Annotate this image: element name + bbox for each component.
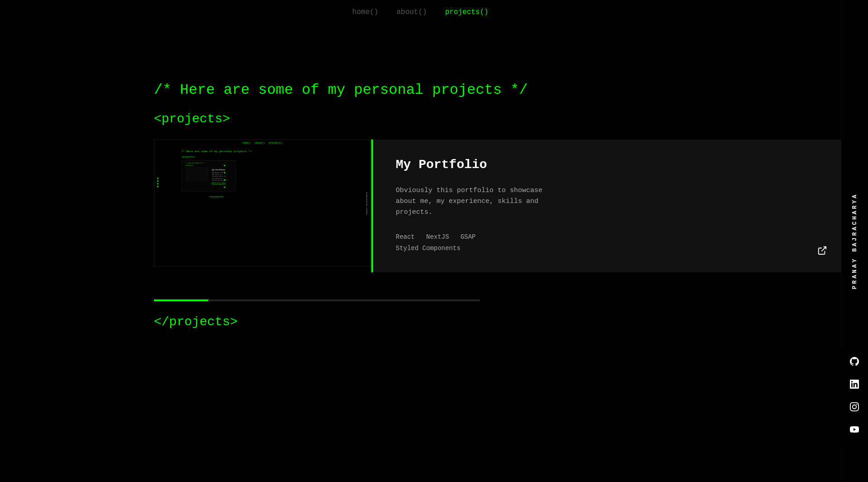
mini-close-tag: </projects>: [209, 196, 330, 198]
mini-card-tech: React NextJS GSAPStyled Components: [212, 183, 228, 185]
external-link-button[interactable]: [817, 246, 827, 259]
mini-side-icon-2: ●: [224, 171, 225, 174]
tag-close: </projects>: [154, 315, 841, 329]
top-navigation: home() about() projects(): [0, 0, 841, 24]
mini-dot-2: [157, 180, 158, 182]
tech-nextjs: NextJS: [426, 233, 449, 241]
linkedin-icon: [850, 380, 859, 389]
mini-right-bar: PRANAY BAJRACHARYA: [363, 140, 371, 266]
github-icon: [850, 357, 859, 366]
mini-card-area: /* Here are some of */ <projects> My Por…: [182, 160, 357, 192]
instagram-icon: [850, 402, 859, 411]
section-comment: /* Here are some of my personal projects…: [154, 82, 841, 98]
mini-card-desc: Obviously this portfolio toshowcase abou…: [212, 172, 228, 182]
linkedin-link[interactable]: [850, 380, 859, 391]
nav-about[interactable]: about(): [397, 8, 427, 16]
mini-dot-3: [157, 183, 158, 184]
github-link[interactable]: [850, 357, 859, 369]
screenshot-inner: home() about() projects() PRANAY BAJRACH…: [154, 140, 371, 266]
project-technologies: React NextJS GSAP Styled Components: [396, 231, 818, 254]
tech-styled: Styled Components: [396, 245, 460, 252]
mini-screenshot-content: /* Here are some of */ <projects> My Por…: [182, 161, 235, 192]
mini-left-dots: [154, 178, 161, 187]
mini-nav: home() about() projects(): [154, 140, 371, 146]
project-title: My Portfolio: [396, 158, 818, 172]
mini-nav-home: home(): [242, 142, 250, 145]
project-details: My Portfolio Obviously this portfolio to…: [373, 140, 841, 272]
progress-bar-fill: [154, 299, 208, 301]
mini-nav-projects: projects(): [269, 142, 283, 145]
tech-react: React: [396, 233, 415, 241]
mini-tag-open: <projects>: [182, 156, 357, 159]
youtube-link[interactable]: [850, 425, 859, 437]
progress-section: </projects>: [154, 299, 841, 338]
tag-open: <projects>: [154, 112, 841, 126]
instagram-link[interactable]: [850, 402, 859, 414]
mini-nav-about: about(): [255, 142, 264, 145]
youtube-icon: [850, 425, 859, 434]
social-links: [841, 348, 868, 446]
mini-content: /* Here are some of my personal projects…: [154, 146, 371, 206]
mini-right-panel: My Portfolio Obviously this portfolio to…: [208, 167, 232, 187]
progress-bar: [154, 299, 480, 301]
project-screenshot: home() about() projects() PRANAY BAJRACH…: [154, 140, 371, 266]
page-header: /* Here are some of my personal projects…: [154, 82, 841, 126]
mini-side-icon-4: ●: [224, 185, 225, 189]
mini-nested-box: [186, 167, 208, 181]
nav-projects[interactable]: projects(): [445, 8, 489, 16]
mini-heading: /* Here are some of my personal projects…: [182, 150, 357, 153]
mini-dot-1: [157, 178, 158, 179]
mini-dot-4: [157, 186, 158, 187]
tech-gsap: GSAP: [460, 233, 476, 241]
mini-side-icon-1: ●: [224, 164, 225, 167]
mini-side-icon-3: ●: [224, 178, 225, 182]
nav-home[interactable]: home(): [352, 8, 379, 16]
mini-right-text: PRANAY BAJRACHARYA: [366, 192, 368, 214]
project-description: Obviously this portfolio to showcase abo…: [396, 185, 554, 218]
project-area: home() about() projects() PRANAY BAJRACH…: [154, 140, 841, 272]
vertical-name-bar: PRANAY BAJRACHARYA: [841, 0, 868, 482]
main-content: /* Here are some of my personal projects…: [0, 0, 841, 482]
mini-side-icons: ● ● ● ●: [224, 164, 225, 189]
svg-line-0: [821, 247, 826, 251]
mini-screenshot-box: /* Here are some of */ <projects> My Por…: [182, 160, 236, 192]
external-link-icon: [817, 246, 827, 255]
mini-card-title: My Portfolio: [212, 169, 228, 171]
site-author-name: PRANAY BAJRACHARYA: [851, 193, 858, 289]
